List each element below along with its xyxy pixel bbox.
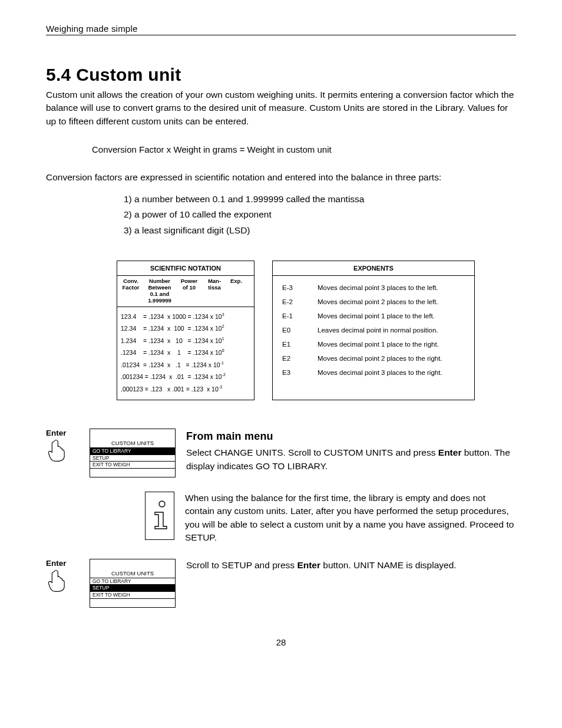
sci-header-power: Powerof 10: [176, 278, 202, 304]
enter-label-2: Enter: [46, 559, 67, 568]
section-title: 5.4 Custom unit: [46, 65, 516, 85]
exp-row: E-1Moves decimal point 1 place to the le…: [282, 312, 465, 319]
sci-header-mantissa: Man-tissa: [202, 278, 227, 304]
scientific-notation-table: SCIENTIFIC NOTATION Conv.Factor NumberBe…: [117, 261, 254, 400]
exp-table-title: EXPONENTS: [273, 261, 474, 276]
step3-text: Scroll to SETUP and press Enter button. …: [186, 559, 516, 572]
exp-desc: Moves decimal point 2 places to the left…: [318, 298, 438, 305]
hand-press-icon: [46, 439, 66, 462]
step3-pre: Scroll to SETUP and press: [186, 560, 297, 570]
exp-code: E2: [282, 355, 297, 362]
enter-icon-1: Enter: [46, 429, 79, 464]
exp-desc: Moves decimal point 3 places to the righ…: [318, 369, 442, 376]
exp-row: E0Leaves decimal point in normal positio…: [282, 327, 465, 334]
sci-row: .000123 = .123 x .001 = .123 x 10-3: [121, 383, 250, 395]
sci-table-headers: Conv.Factor NumberBetween0.1 and1.999999…: [117, 276, 254, 307]
exp-desc: Moves decimal point 3 places to the left…: [318, 284, 438, 291]
sci-row: .001234 = .1234 x .01 = .1234 x 10-2: [121, 371, 250, 383]
exp-code: E3: [282, 369, 297, 376]
sci-row: .01234 = .1234 x .1 = .1234 x 10-1: [121, 359, 250, 371]
sci-row: .1234 = .1234 x 1 = .1234 x 100: [121, 347, 250, 358]
screen1-line-1: SETUP: [90, 454, 175, 462]
exp-desc: Leaves decimal point in normal position.: [318, 327, 438, 334]
intro-paragraph: Custom unit allows the creation of your …: [46, 88, 516, 128]
procedure-step-3: Enter CUSTOM UNITS GO TO LIBRARY SETUP E…: [46, 559, 516, 608]
screen2-line-0: GO TO LIBRARY: [90, 578, 175, 585]
sci-header-number-between: NumberBetween0.1 and1.999999: [143, 278, 176, 304]
enter-label-1: Enter: [46, 429, 67, 437]
step2-text: When using the balance for the first tim…: [185, 492, 516, 545]
screen2-title: CUSTOM UNITS: [90, 561, 175, 578]
sci-row: 123.4 = .1234 x 1000 = .1234 x 103: [121, 311, 250, 322]
exponents-table: EXPONENTS E-3Moves decimal point 3 place…: [272, 261, 475, 400]
sci-header-exp: Exp.: [227, 278, 246, 304]
info-icon-box: [145, 492, 174, 540]
exp-code: E-3: [282, 284, 297, 291]
screen1-line-2: EXIT TO WEIGH: [90, 461, 175, 469]
sci-table-body: 123.4 = .1234 x 1000 = .1234 x 10312.34 …: [117, 307, 254, 400]
exp-row: E3Moves decimal point 3 places to the ri…: [282, 369, 465, 376]
exp-desc: Moves decimal point 1 place to the left.: [318, 312, 435, 319]
exp-code: E1: [282, 341, 297, 348]
step1-text: From main menu Select CHANGE UNITS. Scro…: [186, 429, 516, 473]
exp-code: E-1: [282, 312, 297, 319]
screen2-line-1: SETUP: [90, 584, 175, 591]
procedure-step-2: When using the balance for the first tim…: [46, 492, 516, 545]
exp-code: E0: [282, 327, 297, 334]
sci-header-conv-factor: Conv.Factor: [118, 278, 143, 304]
from-main-menu-heading: From main menu: [186, 429, 516, 444]
exp-desc: Moves decimal point 2 places to the righ…: [318, 355, 442, 362]
parts-intro: Conversion factors are expressed in scie…: [46, 171, 516, 184]
sci-row: 12.34 = .1234 x 100 = .1234 x 102: [121, 322, 250, 334]
sci-row: 1.234 = .1234 x 10 = .1234 x 101: [121, 335, 250, 347]
screen1-line-0: GO TO LIBRARY: [90, 447, 175, 454]
step3-post: button. UNIT NAME is displayed.: [320, 560, 457, 570]
exp-row: E-2Moves decimal point 2 places to the l…: [282, 298, 465, 305]
page-number: 28: [46, 637, 516, 647]
step1-bold: Enter: [438, 447, 462, 457]
conversion-formula: Conversion Factor x Weight in grams = We…: [92, 144, 516, 154]
step3-bold: Enter: [297, 560, 320, 570]
enter-icon-2: Enter: [46, 559, 79, 594]
tables-row: SCIENTIFIC NOTATION Conv.Factor NumberBe…: [117, 261, 516, 400]
exp-row: E1Moves decimal point 1 place to the rig…: [282, 341, 465, 348]
exp-desc: Moves decimal point 1 place to the right…: [318, 341, 439, 348]
sci-table-title: SCIENTIFIC NOTATION: [117, 261, 254, 276]
exp-row: E-3Moves decimal point 3 places to the l…: [282, 284, 465, 291]
exp-row: E2Moves decimal point 2 places to the ri…: [282, 355, 465, 362]
exp-code: E-2: [282, 298, 297, 305]
step1-pre: Select CHANGE UNITS. Scroll to CUSTOM UN…: [186, 447, 438, 457]
screen1-title: CUSTOM UNITS: [90, 430, 175, 447]
part-2: 2) a power of 10 called the exponent: [46, 208, 516, 221]
info-icon: [148, 500, 171, 531]
display-screen-2: CUSTOM UNITS GO TO LIBRARY SETUP EXIT TO…: [90, 559, 176, 608]
running-header: Weighing made simple: [46, 24, 516, 35]
part-3: 3) a least significant digit (LSD): [46, 224, 516, 237]
part-1: 1) a number between 0.1 and 1.999999 cal…: [46, 193, 516, 206]
display-screen-1: CUSTOM UNITS GO TO LIBRARY SETUP EXIT TO…: [90, 429, 176, 477]
screen2-line-2: EXIT TO WEIGH: [90, 591, 175, 599]
svg-point-0: [159, 501, 165, 507]
hand-press-icon: [46, 569, 66, 592]
exp-table-body: E-3Moves decimal point 3 places to the l…: [273, 276, 474, 395]
procedure-step-1: Enter CUSTOM UNITS GO TO LIBRARY SETUP E…: [46, 429, 516, 477]
